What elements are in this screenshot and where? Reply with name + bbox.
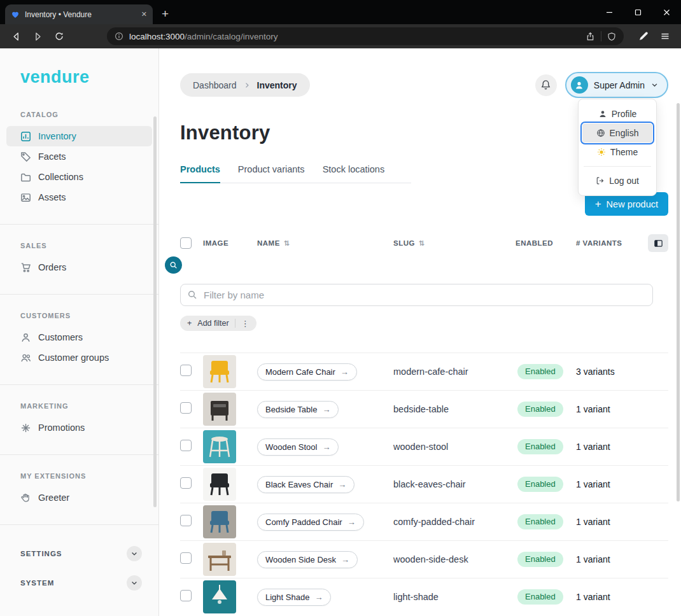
product-name-chip[interactable]: Wooden Stool→ (257, 438, 339, 456)
sidebar-item-inventory[interactable]: Inventory (6, 126, 152, 146)
product-slug: wooden-side-desk (393, 554, 516, 564)
row-checkbox[interactable] (180, 515, 192, 526)
chevron-down-icon[interactable] (127, 546, 142, 561)
sidebar-divider (0, 294, 158, 295)
vendure-admin-app: vendure CATALOG Inventory Facets Collect… (0, 48, 681, 616)
product-name-chip[interactable]: Wooden Side Desk→ (257, 551, 358, 568)
add-filter-button[interactable]: + Add filter ⋮ (180, 316, 256, 331)
section-heading-sales: SALES (20, 242, 158, 249)
tab-close-icon[interactable]: ✕ (141, 10, 147, 18)
globe-icon (596, 129, 605, 137)
sidebar-divider (0, 384, 158, 385)
row-checkbox[interactable] (180, 477, 192, 489)
sidebar-scrollbar[interactable] (153, 116, 157, 507)
sidebar-item-label: Customer groups (38, 353, 109, 363)
user-menu-button[interactable]: Super Admin (565, 72, 668, 98)
product-name-chip[interactable]: Comfy Padded Chair→ (257, 514, 364, 531)
search-button[interactable] (165, 256, 182, 274)
sidebar-item-promotions[interactable]: Promotions (0, 417, 158, 438)
tab-product-variants[interactable]: Product variants (238, 164, 305, 183)
column-header-image: IMAGE (203, 239, 257, 247)
share-icon[interactable] (586, 32, 595, 41)
variant-count: 1 variant (576, 442, 648, 452)
product-name-chip[interactable]: Bedside Table→ (257, 401, 339, 418)
sidebar-item-customers[interactable]: Customers (0, 327, 158, 347)
edit-pencil-icon[interactable] (635, 28, 652, 45)
notifications-button[interactable] (535, 74, 557, 96)
bell-icon (540, 80, 551, 90)
sparkle-icon (20, 423, 31, 433)
sidebar-item-collections[interactable]: Collections (0, 167, 158, 187)
main-content: Dashboard Inventory Super Admin (159, 48, 681, 616)
sidebar-item-system[interactable]: SYSTEM (0, 571, 158, 594)
sidebar-item-settings[interactable]: SETTINGS (0, 542, 158, 565)
sidebar-item-customer-groups[interactable]: Customer groups (0, 347, 158, 368)
page-scrollbar[interactable] (677, 103, 680, 501)
product-name-chip[interactable]: Light Shade→ (257, 589, 331, 606)
menu-item-language[interactable]: English (582, 123, 652, 143)
reload-button[interactable] (51, 28, 67, 45)
sidebar-item-label: Collections (38, 172, 83, 182)
status-badge: Enabled (517, 364, 563, 379)
person-icon (20, 332, 31, 343)
tab-products[interactable]: Products (180, 164, 220, 183)
sidebar-item-facets[interactable]: Facets (0, 146, 158, 167)
menu-item-profile[interactable]: Profile (582, 104, 652, 123)
column-header-name[interactable]: NAME⇅ (257, 239, 393, 248)
row-checkbox[interactable] (180, 365, 192, 376)
table-header: IMAGE NAME⇅ SLUG⇅ ENABLED # VARIANTS (180, 234, 668, 253)
window-maximize-button[interactable] (624, 0, 652, 24)
site-info-icon[interactable] (115, 32, 123, 41)
window-minimize-button[interactable] (595, 0, 624, 24)
select-all-checkbox[interactable] (180, 237, 192, 249)
window-close-button[interactable] (652, 0, 681, 24)
product-name-chip[interactable]: Black Eaves Chair→ (257, 476, 355, 493)
user-name: Super Admin (594, 80, 645, 90)
sidebar-item-label: Greeter (38, 493, 69, 503)
back-button[interactable] (8, 28, 24, 45)
address-bar[interactable]: localhost:3000/admin/catalog/inventory (107, 27, 624, 45)
sidebar-item-greeter[interactable]: Greeter (0, 487, 158, 508)
column-settings-button[interactable] (648, 234, 668, 252)
sidebar-divider (0, 524, 158, 525)
table-row: Comfy Padded Chair→ comfy-padded-chair E… (180, 503, 668, 540)
table-row: Bedside Table→ bedside-table Enabled 1 v… (180, 390, 668, 428)
product-image (203, 505, 236, 538)
product-image (203, 543, 236, 576)
product-slug: modern-cafe-chair (393, 367, 516, 377)
plus-icon: + (595, 198, 601, 211)
chevron-down-icon (650, 81, 659, 89)
waving-hand-icon (20, 493, 31, 503)
product-slug: wooden-stool (393, 442, 516, 452)
status-badge: Enabled (517, 514, 563, 529)
browser-menu-icon[interactable] (657, 28, 673, 45)
table-row: Wooden Stool→ wooden-stool Enabled 1 var… (180, 428, 668, 465)
product-name-chip[interactable]: Modern Cafe Chair→ (257, 363, 357, 381)
menu-item-logout[interactable]: Log out (582, 171, 652, 190)
sidebar-item-label: Promotions (38, 423, 85, 433)
forward-button[interactable] (29, 28, 46, 45)
vendure-logo: vendure (20, 67, 158, 89)
new-tab-button[interactable]: + (162, 7, 169, 21)
chevron-right-icon (243, 81, 251, 89)
column-header-slug[interactable]: SLUG⇅ (393, 239, 516, 248)
row-checkbox[interactable] (180, 590, 192, 601)
tab-title: Inventory • Vendure (25, 10, 136, 19)
breadcrumb-dashboard[interactable]: Dashboard (193, 80, 237, 90)
row-checkbox[interactable] (180, 440, 192, 451)
sidebar-item-orders[interactable]: Orders (0, 257, 158, 277)
browser-tab[interactable]: Inventory • Vendure ✕ (5, 4, 153, 24)
filter-by-name-input[interactable] (180, 284, 653, 306)
people-icon (20, 353, 31, 363)
browser-navbar: localhost:3000/admin/catalog/inventory (0, 24, 681, 48)
brave-shield-icon[interactable] (607, 32, 616, 41)
sidebar-item-assets[interactable]: Assets (0, 187, 158, 207)
tab-stock-locations[interactable]: Stock locations (323, 164, 385, 183)
row-checkbox[interactable] (180, 402, 192, 414)
chevron-down-icon[interactable] (127, 575, 142, 591)
status-badge: Enabled (517, 552, 563, 567)
product-image (203, 393, 236, 426)
kebab-menu-icon[interactable]: ⋮ (241, 319, 249, 328)
row-checkbox[interactable] (180, 552, 192, 564)
menu-item-theme[interactable]: Theme (582, 143, 652, 162)
